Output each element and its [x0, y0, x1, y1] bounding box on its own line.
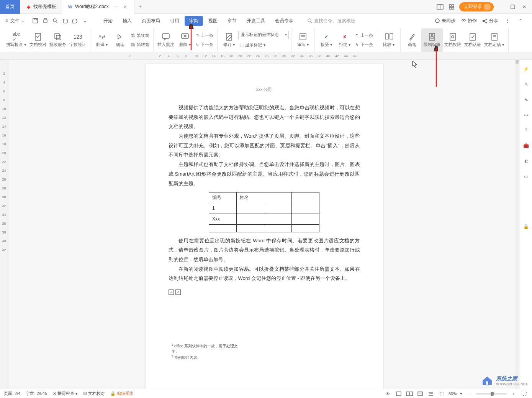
tab-reference[interactable]: 引用	[165, 16, 184, 26]
tab-pagelayout[interactable]: 页面布局	[137, 16, 165, 26]
panel-pencil-icon[interactable]: ✎	[522, 81, 530, 88]
undo-icon[interactable]	[61, 16, 70, 25]
vertical-scrollbar[interactable]	[515, 60, 519, 389]
layout1-icon[interactable]	[436, 3, 444, 11]
panel-settings-icon[interactable]: ⊶	[522, 111, 530, 119]
panel-book-icon[interactable]: ▭	[522, 173, 530, 180]
save-icon[interactable]	[31, 16, 40, 25]
panel-more-icon[interactable]: ⋯	[522, 381, 530, 389]
view-print-icon[interactable]	[395, 390, 403, 397]
grid-icon[interactable]	[448, 3, 455, 11]
svg-rect-23	[56, 35, 61, 40]
horizontal-ruler[interactable]: 2 24681012141618202224262830323436384042…	[0, 52, 532, 60]
show-marks-button[interactable]: ⬚ 显示标记 ▾	[238, 41, 289, 50]
panel-cloud-icon[interactable]: ◐	[522, 157, 530, 165]
zoom-value[interactable]: 80%	[449, 391, 457, 396]
view-outline-icon[interactable]	[427, 390, 435, 397]
reject-button[interactable]: ✘拒绝 ▾	[336, 28, 354, 52]
status-words[interactable]: 字数: 2/845	[26, 391, 47, 396]
tab-view[interactable]: 视图	[204, 16, 222, 26]
panel-toolbox-icon[interactable]: 🧰	[522, 142, 530, 150]
prev-change-button[interactable]: ↰ 上一条	[354, 31, 375, 40]
trad2sim-button[interactable]: 繁 繁转简	[129, 31, 151, 40]
collab-button[interactable]: 协作	[461, 18, 477, 24]
page-canvas[interactable]: xxx 公司 视频提供了功能强大的方法帮助您证明您的观点。当您单击联机视频时，可…	[8, 60, 520, 389]
review-button[interactable]: 审阅 ▾	[294, 28, 312, 52]
menu-more-icon[interactable]: ⋮	[504, 17, 511, 25]
tab-start[interactable]: 开始	[99, 16, 117, 26]
view-web-icon[interactable]	[416, 390, 424, 397]
svg-rect-43	[406, 392, 409, 396]
sync-button[interactable]: 未同步	[435, 18, 455, 24]
document-page[interactable]: xxx 公司 视频提供了功能强大的方法帮助您证明您的观点。当您单击联机视频时，可…	[146, 64, 383, 389]
tab-dot-icon[interactable]: ⋯	[113, 4, 119, 10]
insert-comment-button[interactable]: 插入批注	[156, 28, 176, 52]
tab-section[interactable]: 章节	[223, 16, 241, 26]
eye-icon[interactable]: 👁	[384, 390, 392, 397]
close-icon[interactable]: ✕	[123, 4, 129, 10]
close-window-icon[interactable]: ✕	[521, 3, 528, 11]
zoom-out-icon[interactable]: −	[465, 390, 473, 397]
status-proof[interactable]: ☒ 文档校对	[83, 391, 105, 396]
redo-icon[interactable]	[70, 16, 80, 25]
tab-document[interactable]: W Word教程2.docx ⋯ ✕	[62, 0, 134, 14]
docproof-button[interactable]: 文档校对	[28, 28, 48, 52]
collapse-ribbon-icon[interactable]: ⌃	[517, 17, 524, 25]
panel-lock-icon[interactable]: 🔒	[522, 223, 530, 230]
svg-rect-36	[450, 33, 455, 40]
add-tab-button[interactable]: +	[134, 3, 146, 10]
brush-button[interactable]: 画笔	[403, 28, 421, 52]
tab-vip[interactable]: 会员专享	[270, 16, 298, 26]
svg-point-13	[308, 19, 311, 22]
command-search[interactable]: 查找命令、搜索模板	[307, 18, 355, 24]
track-button[interactable]: 修订 ▾	[220, 28, 238, 52]
markup-combo[interactable]: 显示标记的最终状态	[238, 31, 289, 39]
status-spell[interactable]: ☒ 拼写检查 ▾	[52, 391, 78, 396]
batch-button[interactable]: 批改服务	[48, 28, 68, 52]
print-icon[interactable]	[41, 16, 50, 25]
document-table[interactable]: 编号姓名 1 Xxx	[209, 192, 319, 232]
fit-icon[interactable]: ⬚	[438, 390, 445, 397]
next-change-button[interactable]: ↳ 下一条	[354, 40, 375, 49]
maximize-icon[interactable]	[509, 3, 517, 11]
vertical-ruler[interactable]: 24681012141618202224262830323436384042	[0, 60, 8, 389]
translate-button[interactable]: A⇄翻译 ▾	[93, 28, 111, 52]
tab-insert[interactable]: 插入	[118, 16, 136, 26]
next-comment-button[interactable]: ↳ 下一条	[194, 40, 215, 49]
tab-devtools[interactable]: 开发工具	[242, 16, 270, 26]
spellcheck-button[interactable]: abc✓拼写检查 ▾	[5, 28, 28, 52]
docauth-button[interactable]: 文档认证	[463, 28, 483, 52]
checkbox-icon[interactable]: ✓	[169, 289, 174, 295]
minimize-icon[interactable]: —	[498, 3, 505, 11]
preview-icon[interactable]	[51, 16, 60, 25]
prev-comment-button[interactable]: ↰ 上一条	[194, 31, 215, 40]
document-body[interactable]: 视频提供了功能强大的方法帮助您证明您的观点。当您单击联机视频时，可以在想要添加的…	[169, 103, 360, 295]
panel-help-icon[interactable]: ?	[522, 127, 530, 134]
panel-select-icon[interactable]: ⬉	[522, 96, 530, 104]
status-page[interactable]: 页面: 2/4	[4, 391, 20, 396]
tab-review[interactable]: 审阅	[185, 16, 203, 26]
docperm-button[interactable]: 文档权限	[443, 28, 463, 52]
share-button[interactable]: 分享	[482, 18, 498, 24]
panel-lightning-icon[interactable]: ⚡	[522, 65, 530, 73]
wordcount-button[interactable]: 123字数统计	[68, 28, 88, 52]
accept-button[interactable]: ✔接受 ▾	[317, 28, 336, 52]
checkbox-icon[interactable]: ✓	[175, 289, 181, 295]
status-restrict[interactable]: 🔒 编辑受限	[110, 391, 134, 396]
qat-more-icon[interactable]: ⌄	[80, 16, 90, 25]
sim2trad-button[interactable]: 简 简转繁	[129, 40, 151, 49]
login-button[interactable]: 立即登录	[459, 2, 494, 12]
delete-comment-button[interactable]: 删除 ▾	[176, 28, 194, 52]
compare-button[interactable]: 比较 ▾	[380, 28, 398, 52]
file-menu[interactable]: ≡ 文件 ⌵	[2, 18, 28, 24]
fullscreen-icon[interactable]: ⛶	[521, 390, 528, 397]
docfinal-button[interactable]: 文档定稿 ▾	[483, 28, 506, 52]
zoom-in-icon[interactable]: +	[510, 390, 517, 397]
view-read-icon[interactable]	[406, 390, 413, 397]
restrict-edit-button[interactable]: 限制编辑	[421, 28, 443, 52]
zoom-slider[interactable]	[476, 393, 507, 395]
tab-template[interactable]: ◆ 找稻壳模板	[20, 0, 62, 14]
footnotes: 1 office 系列软件中的一款，用于处理文字。 2 举例脚注内容。	[169, 341, 245, 361]
tab-home[interactable]: 首页	[0, 0, 20, 14]
read-button[interactable]: 朗读	[111, 28, 129, 52]
